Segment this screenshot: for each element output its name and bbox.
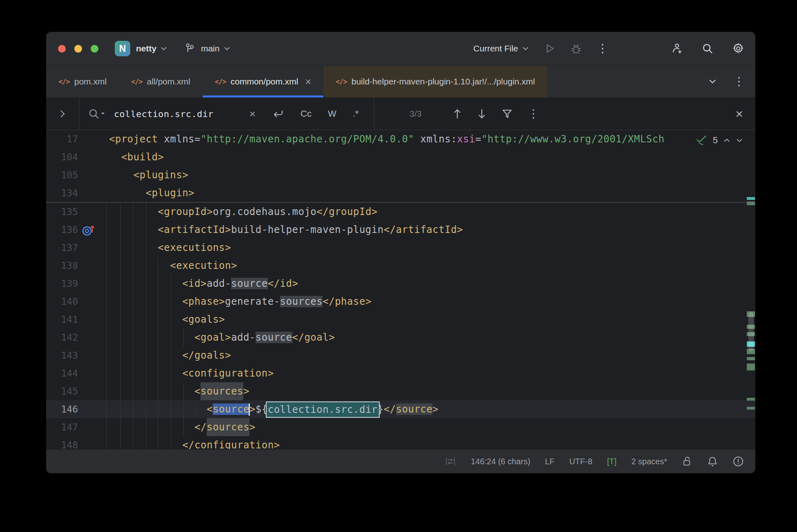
run-config-name: Current File [473,44,518,53]
line-number[interactable]: 147 [46,418,78,436]
code-line[interactable]: 140 <phase>generate-sources</phase> [46,293,755,310]
file-encoding[interactable]: UTF-8 [569,457,592,466]
search-everywhere-icon[interactable] [701,42,714,55]
line-number[interactable]: 146 [46,400,78,418]
chevron-down-icon[interactable] [160,46,167,51]
code-line[interactable]: 147 </sources> [46,418,755,436]
code-line[interactable]: 17<project xmlns="http://maven.apache.or… [46,130,755,148]
next-problem-icon[interactable] [736,138,743,143]
code-line[interactable]: 135 <groupId>org.codehaus.mojo</groupId> [46,203,755,221]
code-line[interactable]: 136 <artifactId>build-helper-maven-plugi… [46,221,755,239]
run-icon[interactable] [544,43,555,54]
scrollbar[interactable] [745,130,755,449]
target-arrow-icon[interactable] [78,221,109,239]
settings-gear-icon[interactable] [732,42,745,55]
line-ending[interactable]: LF [545,457,554,466]
new-line-icon[interactable] [272,109,284,119]
close-tab-icon[interactable]: × [305,77,311,87]
vcs-widget[interactable]: main [185,43,231,54]
scrollbar-thumb[interactable] [748,312,754,351]
line-number[interactable]: 141 [46,310,78,328]
expand-search-icon[interactable] [46,98,79,130]
inspection-widget[interactable]: 5 [694,133,745,147]
debug-icon[interactable] [570,42,582,55]
traffic-lights [58,45,98,53]
minimize-window-button[interactable] [74,45,82,53]
notifications-bell-icon[interactable] [707,456,718,467]
add-user-icon[interactable] [671,42,683,55]
tab-all-pom-xml[interactable]: </> all/pom.xml [119,66,203,98]
more-actions-icon[interactable]: ⋮ [597,43,608,54]
line-number[interactable]: 140 [46,293,78,310]
indent-setting[interactable]: 2 spaces* [631,457,667,466]
regex-toggle[interactable]: .* [353,109,359,119]
tab-plugin-xml[interactable]: </> build-helper-maven-plugin-1.10.jar!/… [323,66,547,98]
code-line[interactable]: 141 <goals> [46,310,755,328]
line-number[interactable]: 137 [46,239,78,257]
code-line[interactable]: 105 <plugins> [46,166,755,184]
close-window-button[interactable] [58,45,66,53]
line-number[interactable]: 138 [46,257,78,275]
words-toggle[interactable]: W [328,109,336,119]
line-number[interactable]: 142 [46,328,78,346]
gutter-spacer [78,364,109,382]
sync-arrows-icon[interactable] [445,456,456,467]
project-name[interactable]: netty [136,44,156,53]
code-line[interactable]: 134 <plugin> [46,184,755,202]
line-number[interactable]: 135 [46,203,78,221]
line-number[interactable]: 144 [46,364,78,382]
line-number[interactable]: 139 [46,275,78,293]
code-line[interactable]: 145 <sources> [46,382,755,400]
match-case-toggle[interactable]: Cc [301,109,312,119]
hidden-tabs-chevron-icon[interactable] [708,79,717,84]
code-line[interactable]: 148 </configuration> [46,436,755,449]
code-token: <id> [182,278,207,289]
filter-icon[interactable] [502,109,512,119]
code-line[interactable]: 144 <configuration> [46,364,755,382]
project-icon[interactable]: N [115,41,130,56]
tab-options-icon[interactable]: ⋮ [733,76,745,87]
search-field[interactable]: collection.src.dir [88,108,214,120]
close-search-icon[interactable]: × [735,107,743,120]
search-input[interactable]: collection.src.dir [114,109,214,119]
code-token: < [207,403,213,415]
code-line[interactable]: 142 <goal>add-source</goal> [46,328,755,346]
line-number[interactable]: 134 [46,184,78,202]
code-line[interactable]: 137 <executions> [46,239,755,257]
code-token: "http://www.w3.org/2001/XMLSch [481,133,664,145]
tab-label: all/pom.xml [147,77,190,86]
gutter-spacer [78,400,109,418]
code-token: <executions> [158,242,231,253]
code-token: add- [231,332,256,343]
error-indicator-icon[interactable] [732,456,744,467]
line-number[interactable]: 145 [46,382,78,400]
next-match-icon[interactable] [477,108,486,120]
code-token: <project [109,133,158,145]
code-line[interactable]: 138 <execution> [46,257,755,275]
previous-problem-icon[interactable] [723,138,730,143]
previous-match-icon[interactable] [453,108,462,120]
code-line[interactable]: 104 <build> [46,148,755,166]
search-options-icon[interactable]: ⋮ [528,108,539,120]
todo-badge[interactable]: [T] [607,457,617,466]
tab-common-pom-xml[interactable]: </> common/pom.xml × [203,66,323,98]
code-editor[interactable]: 17<project xmlns="http://maven.apache.or… [46,130,755,449]
unlocked-icon[interactable] [682,456,692,467]
line-number[interactable]: 143 [46,346,78,364]
caret-position[interactable]: 146:24 (6 chars) [471,457,530,466]
line-number[interactable]: 105 [46,166,78,184]
line-number[interactable]: 136 [46,221,78,239]
search-icon[interactable] [88,108,105,120]
line-number[interactable]: 148 [46,436,78,449]
gutter-spacer [78,166,109,184]
run-config-selector[interactable]: Current File [473,44,529,53]
line-number[interactable]: 17 [46,130,78,148]
code-line[interactable]: 139 <id>add-source</id> [46,275,755,293]
zoom-window-button[interactable] [91,45,98,53]
code-line[interactable]: 146 <source>${collection.src.dir}</sourc… [46,400,755,418]
line-number[interactable]: 104 [46,148,78,166]
tab-pom-xml[interactable]: </> pom.xml [46,66,119,98]
code-text: <goals> [109,310,755,328]
clear-search-icon[interactable]: × [249,109,256,119]
code-line[interactable]: 143 </goals> [46,346,755,364]
